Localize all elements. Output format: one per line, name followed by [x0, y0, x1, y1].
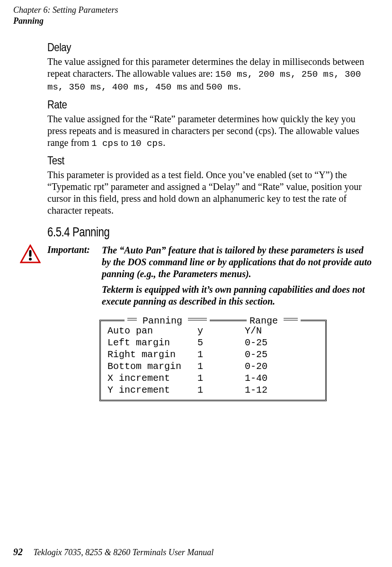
- running-header: Chapter 6: Setting Parameters Panning: [13, 5, 118, 26]
- param-name: Y increment: [107, 384, 197, 396]
- param-value: 1: [197, 372, 245, 384]
- delay-values-2: 500 ms: [206, 82, 238, 92]
- decor-line-left: [127, 318, 137, 321]
- param-value: 5: [197, 337, 245, 349]
- page-footer: 92 Teklogix 7035, 8255 & 8260 Terminals …: [13, 547, 214, 558]
- important-label: Important:: [47, 244, 102, 311]
- heading-rate: Rate: [47, 98, 325, 111]
- heading-panning: 6.5.4 Panning: [47, 225, 315, 240]
- rate-min: 1 cps: [91, 138, 118, 149]
- decor-line-range: [284, 318, 298, 321]
- param-value: 1: [197, 349, 245, 360]
- panning-panel: Panning Range Auto pan y Y/N Left margin…: [99, 320, 327, 401]
- panel-title: Panning: [125, 315, 210, 326]
- param-value: y: [197, 325, 245, 337]
- rate-max: 10 cps: [131, 138, 163, 149]
- param-range: 0-25: [245, 349, 319, 360]
- rate-mid: to: [118, 137, 131, 148]
- important-text: The “Auto Pan” feature that is tailored …: [102, 244, 374, 311]
- section-label: Panning: [13, 16, 118, 27]
- chapter-label: Chapter 6: Setting Parameters: [13, 5, 118, 16]
- panel-range-title-text: Range: [249, 315, 278, 326]
- test-body: This parameter is provided as a test fie…: [47, 169, 374, 216]
- rate-body: The value assigned for the “Rate” parame…: [47, 113, 374, 150]
- important-p1: The “Auto Pan” feature that is tailored …: [102, 244, 374, 280]
- param-name: X increment: [107, 372, 197, 384]
- param-name: Auto pan: [107, 325, 197, 337]
- param-name: Bottom margin: [107, 360, 197, 372]
- important-note: Important: The “Auto Pan” feature that i…: [47, 244, 374, 311]
- heading-delay: Delay: [47, 41, 325, 54]
- svg-rect-1: [29, 250, 32, 257]
- delay-suffix: .: [239, 81, 241, 91]
- param-range: 1-40: [245, 372, 319, 384]
- heading-test: Test: [47, 154, 325, 167]
- caution-icon: [20, 244, 41, 311]
- manual-title: Teklogix 7035, 8255 & 8260 Terminals Use…: [34, 548, 214, 557]
- table-row: Auto pan y Y/N: [107, 325, 319, 337]
- param-range: 1-12: [245, 384, 319, 396]
- page-content: Delay The value assigned for this parame…: [47, 37, 374, 401]
- table-row: Left margin 5 0-25: [107, 337, 319, 349]
- param-value: 1: [197, 360, 245, 372]
- param-value: 1: [197, 384, 245, 396]
- param-name: Left margin: [107, 337, 197, 349]
- panel-title-text: Panning: [143, 315, 182, 326]
- page-number: 92: [13, 547, 23, 557]
- table-row: Y increment 1 1-12: [107, 384, 319, 396]
- delay-body: The value assigned for this parameter de…: [47, 56, 374, 93]
- table-row: X increment 1 1-40: [107, 372, 319, 384]
- important-p2: Tekterm is equipped with it’s own pannin…: [102, 284, 374, 307]
- rate-suffix: .: [163, 137, 165, 148]
- table-row: Bottom margin 1 0-20: [107, 360, 319, 372]
- param-range: Y/N: [245, 325, 319, 337]
- svg-point-2: [29, 258, 32, 261]
- panel-range-title: Range: [247, 315, 301, 326]
- table-row: Right margin 1 0-25: [107, 349, 319, 360]
- param-range: 0-25: [245, 337, 319, 349]
- decor-line-right: [188, 318, 207, 321]
- param-range: 0-20: [245, 360, 319, 372]
- delay-mid: and: [187, 81, 206, 91]
- param-name: Right margin: [107, 349, 197, 360]
